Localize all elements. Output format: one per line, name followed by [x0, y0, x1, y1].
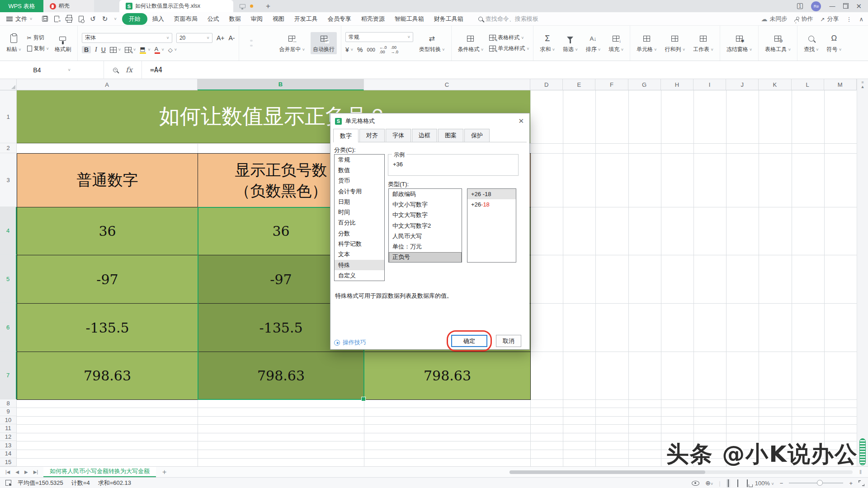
save-icon[interactable] [42, 16, 48, 22]
cell-a7[interactable]: 798.63 [17, 352, 198, 400]
column-header-e[interactable]: E [563, 79, 595, 90]
align-right-button[interactable] [257, 45, 259, 47]
column-header-c[interactable]: C [364, 79, 530, 90]
dialog-tab-border[interactable]: 边框 [412, 129, 437, 142]
percent-button[interactable]: % [357, 46, 363, 53]
type-convert-button[interactable]: ⇄ 类型转换 ˅ [417, 32, 447, 54]
cell-b7[interactable]: 798.63 [198, 352, 364, 400]
qat-more-icon[interactable]: ˅ [114, 17, 116, 21]
undo-icon[interactable]: ↺ [90, 15, 96, 23]
symbol-button[interactable]: Ω 符号 ˅ [825, 32, 844, 54]
zoom-slider-knob[interactable] [817, 480, 823, 486]
normal-view-button[interactable] [726, 479, 730, 488]
minimize-button[interactable]: — [829, 3, 835, 9]
thousands-button[interactable]: 000 [367, 47, 375, 52]
dialog-tab-alignment[interactable]: 对齐 [359, 129, 385, 142]
justify-button[interactable] [264, 45, 266, 47]
ok-button[interactable]: 确定 [451, 335, 487, 347]
dialog-close-button[interactable]: ✕ [518, 117, 524, 125]
cell-a5[interactable]: -97 [17, 255, 198, 304]
font-name-combo[interactable]: 宋体˅ [82, 33, 172, 43]
category-custom[interactable]: 自定义 [335, 270, 384, 281]
category-time[interactable]: 时间 [335, 207, 384, 217]
format-painter-button[interactable]: 格式刷 [52, 32, 73, 54]
menu-item-insert[interactable]: 插入 [147, 13, 169, 25]
cut-button[interactable]: ✂剪切 [27, 34, 49, 42]
fx-icon[interactable]: fx [126, 66, 132, 74]
cancel-button[interactable]: 取消 [496, 335, 521, 347]
distribute-button[interactable] [270, 45, 273, 47]
close-button[interactable]: ✕ [856, 2, 862, 10]
align-center-button[interactable] [250, 45, 253, 47]
column-header-b[interactable]: B [198, 79, 364, 90]
table-style-button[interactable]: ✎表格样式 ˅ [489, 34, 529, 42]
tab-splitter[interactable]: ‖ [859, 469, 862, 475]
column-header-h[interactable]: H [661, 79, 693, 90]
app-menu-button[interactable]: WPS 表格 [0, 0, 43, 12]
category-list[interactable]: 常规 数值 货币 会计专用 日期 时间 百分比 分数 科学记数 文本 特殊 自定… [334, 154, 385, 281]
last-sheet-icon[interactable]: ▶| [33, 469, 38, 474]
cells-button[interactable]: 单元格 ˅ [634, 32, 659, 54]
tips-link[interactable]: 操作技巧 [334, 338, 366, 347]
vertical-scroll-thumb[interactable] [859, 438, 866, 465]
zoom-out-button[interactable]: − [780, 480, 783, 487]
dialog-tab-font[interactable]: 字体 [386, 129, 411, 142]
redo-icon[interactable]: ↻ [102, 15, 108, 23]
row-header-10[interactable]: 10 [0, 416, 17, 425]
increase-indent-button[interactable] [270, 40, 273, 42]
horizontal-scrollbar[interactable] [509, 470, 853, 474]
menu-item-home[interactable]: 开始 [122, 13, 147, 25]
file-menu-button[interactable]: 文件 ˅ [0, 15, 37, 23]
collapse-ribbon-icon[interactable]: ∧ [859, 16, 863, 23]
category-percentage[interactable]: 百分比 [335, 218, 384, 228]
zoom-slider[interactable] [789, 483, 843, 483]
dialog-tab-protection[interactable]: 保护 [464, 129, 490, 142]
shading-button[interactable]: ✎˅ [125, 47, 136, 53]
shrink-font-button[interactable]: A- [228, 34, 235, 42]
row-header-15[interactable]: 15 [0, 458, 17, 466]
menu-item-formulas[interactable]: 公式 [203, 13, 224, 25]
menu-item-page-layout[interactable]: 页面布局 [169, 13, 203, 25]
monitor-icon[interactable] [240, 4, 245, 8]
preview-red[interactable]: +26 -18 [467, 199, 516, 210]
borders-button[interactable]: ˅ [110, 47, 121, 53]
rows-cols-button[interactable]: 行和列 ˅ [663, 32, 688, 54]
bold-button[interactable]: B [82, 46, 91, 53]
font-size-combo[interactable]: 20˅ [176, 33, 212, 43]
dialog-tab-pattern[interactable]: 图案 [438, 129, 463, 142]
more-menu-icon[interactable]: ⋮ [846, 16, 852, 23]
selection-stats-icon[interactable] [5, 480, 11, 486]
row-header-14[interactable]: 14 [0, 450, 17, 458]
align-top-button[interactable] [243, 40, 246, 42]
scrollbar-splitter[interactable]: ≡ [857, 79, 868, 84]
wrap-text-button[interactable]: ↵ 自动换行 [311, 32, 337, 54]
category-number[interactable]: 数值 [335, 165, 384, 175]
type-chinese-lower[interactable]: 中文小写数字 [389, 199, 462, 210]
translate-icon[interactable]: ⊕˅ [705, 479, 713, 487]
print-preview-icon[interactable] [79, 16, 84, 22]
menu-item-review[interactable]: 审阅 [246, 13, 268, 25]
number-format-combo[interactable]: 常规˅ [345, 32, 413, 42]
horizontal-scroll-thumb[interactable] [509, 470, 705, 474]
category-currency[interactable]: 货币 [335, 176, 384, 186]
formula-input[interactable]: =A4 [142, 66, 162, 74]
menu-item-developer[interactable]: 开发工具 [289, 13, 323, 25]
cell-style-button[interactable]: ✎单元格样式 ˅ [489, 45, 529, 52]
fullscreen-icon[interactable] [859, 480, 864, 486]
name-box-dropdown-icon[interactable]: ˅ [68, 68, 70, 72]
page-break-view-button[interactable] [745, 479, 749, 488]
table-tools-button[interactable]: ⚙ 表格工具 ˅ [763, 32, 793, 54]
column-header-d[interactable]: D [530, 79, 563, 90]
scroll-up-icon[interactable]: ▲ [857, 84, 868, 89]
category-special-selected[interactable]: 特殊 [335, 260, 384, 270]
name-box[interactable]: B4 ˅ [0, 61, 104, 79]
sync-status[interactable]: ☁ 未同步 [761, 15, 787, 23]
cell-a3-header[interactable]: 普通数字 [17, 153, 198, 207]
copy-button[interactable]: 复制 ˅ [27, 45, 49, 52]
grow-font-button[interactable]: A+ [217, 34, 225, 42]
row-header-12[interactable]: 12 [0, 433, 17, 441]
column-header-l[interactable]: L [792, 79, 824, 90]
increase-decimal-button[interactable]: .00→.0 [391, 45, 398, 54]
column-header-j[interactable]: J [726, 79, 759, 90]
column-header-m[interactable]: M [824, 79, 857, 90]
